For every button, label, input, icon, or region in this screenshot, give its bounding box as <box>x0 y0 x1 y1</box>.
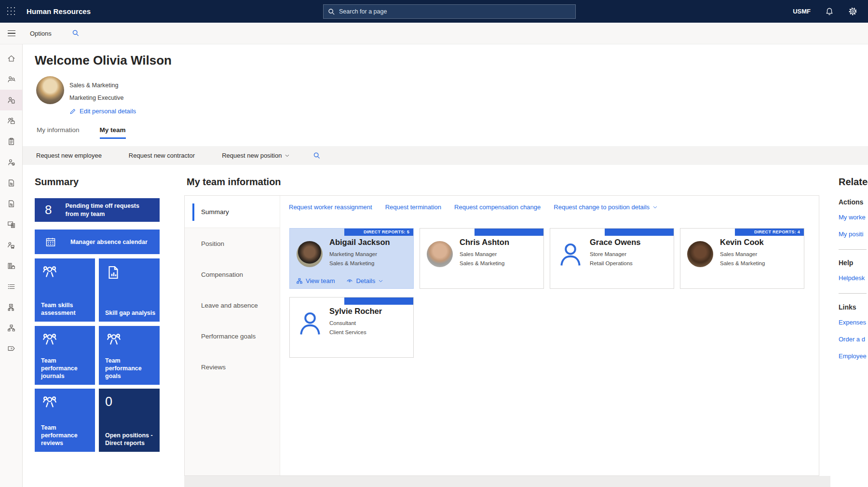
command-search-button[interactable] <box>72 29 80 37</box>
home-icon <box>7 54 16 63</box>
direct-reports-badge: DIRECT REPORTS: 5 <box>344 229 413 236</box>
employee-card-kevin-cook[interactable]: DIRECT REPORTS: 4 Kevin Cook Sales Manag… <box>680 228 804 289</box>
vtab-summary[interactable]: Summary <box>185 196 280 228</box>
tab-my-information[interactable]: My information <box>37 126 80 139</box>
team-performance-reviews-tile[interactable]: Team performance reviews <box>35 389 95 452</box>
app-launcher-button[interactable] <box>0 0 23 23</box>
request-new-position-button[interactable]: Request new position <box>222 152 290 159</box>
org-chart-icon <box>7 324 16 333</box>
request-compensation-change-link[interactable]: Request compensation change <box>454 203 541 211</box>
sidebar-item-team-briefcase[interactable] <box>0 110 22 131</box>
team-icon <box>41 264 58 282</box>
pending-time-off-tile[interactable]: 8 Pending time off requests from my team <box>35 198 160 222</box>
helpdesk-link[interactable]: Helpdesk <box>839 274 865 282</box>
sidebar-item-task-list[interactable] <box>0 276 22 297</box>
my-positions-link[interactable]: My positi <box>839 230 863 238</box>
sidebar-item-clipboard[interactable] <box>0 131 22 152</box>
nav-expand-button[interactable] <box>0 30 23 37</box>
profile-department: Sales & Marketing <box>69 82 118 89</box>
gear-icon <box>848 7 857 16</box>
company-briefcase-icon <box>7 261 16 271</box>
settings-button[interactable] <box>848 7 857 16</box>
vtab-compensation[interactable]: Compensation <box>185 259 280 290</box>
chevron-down-icon <box>285 153 290 158</box>
sidebar-item-org-approval[interactable] <box>0 297 22 318</box>
vtab-position[interactable]: Position <box>185 228 280 259</box>
sidebar-item-document-review[interactable] <box>0 173 22 193</box>
notifications-button[interactable] <box>825 7 834 16</box>
manager-absence-calendar-tile[interactable]: Manager absence calendar <box>35 230 160 254</box>
search-icon <box>72 29 80 37</box>
actions-heading: Actions <box>839 198 863 206</box>
top-navbar: Human Resources USMF <box>0 0 868 23</box>
request-termination-link[interactable]: Request termination <box>385 203 441 211</box>
page-search-input[interactable] <box>339 8 571 15</box>
my-workers-link[interactable]: My worke <box>839 214 866 221</box>
task-list-icon <box>7 282 16 291</box>
chevron-down-icon <box>378 278 383 284</box>
org-approval-icon <box>7 303 16 312</box>
team-section-heading: My team information <box>187 176 281 188</box>
related-pane: Related Actions My worke My positi Help … <box>839 176 868 188</box>
person-cart-icon <box>7 241 16 250</box>
vtab-performance-goals[interactable]: Performance goals <box>185 321 280 352</box>
vtab-reviews[interactable]: Reviews <box>185 352 280 382</box>
tab-my-team[interactable]: My team <box>100 126 126 139</box>
employee-link[interactable]: Employee <box>839 352 867 360</box>
team-performance-goals-tile[interactable]: Team performance goals <box>99 326 160 385</box>
expenses-link[interactable]: Expenses <box>839 319 866 326</box>
order-device-link[interactable]: Order a d <box>839 336 865 343</box>
sidebar-item-payroll[interactable] <box>0 214 22 235</box>
eye-icon <box>346 278 353 284</box>
panel-footer-strip <box>184 476 830 487</box>
team-briefcase-icon <box>7 116 16 125</box>
employee-card-abigail-jackson[interactable]: DIRECT REPORTS: 5 Abigail Jackson Market… <box>289 228 414 289</box>
person-document-icon <box>7 95 16 105</box>
sidebar-item-person-cart[interactable] <box>0 235 22 256</box>
company-picker[interactable]: USMF <box>793 8 811 15</box>
profile-avatar <box>36 76 64 104</box>
options-button[interactable]: Options <box>30 30 52 37</box>
team-action-bar: Request new employee Request new contrac… <box>23 146 868 165</box>
team-skills-assessment-tile[interactable]: Team skills assessment <box>35 258 95 322</box>
sidebar-item-feedback[interactable] <box>0 338 22 359</box>
request-change-position-details-link[interactable]: Request change to position details <box>554 203 658 211</box>
sidebar-item-document-review-2[interactable] <box>0 193 22 214</box>
request-worker-reassignment-link[interactable]: Request worker reassignment <box>289 203 372 211</box>
divider <box>839 293 867 294</box>
chart-document-icon <box>105 264 122 281</box>
action-bar-search-button[interactable] <box>313 152 321 160</box>
people-search-icon <box>7 75 16 84</box>
direct-reports-badge: DIRECT REPORTS: 4 <box>735 229 804 236</box>
command-bar: Options <box>0 23 868 44</box>
sidebar-item-people-search[interactable] <box>0 69 22 90</box>
employee-avatar <box>427 241 453 267</box>
worker-request-links: Request worker reassignment Request term… <box>289 203 658 211</box>
search-icon <box>328 8 335 15</box>
skill-gap-analysis-tile[interactable]: Skill gap analysis <box>99 258 160 322</box>
details-link[interactable]: Details <box>346 277 383 284</box>
sidebar-item-company[interactable] <box>0 256 22 276</box>
view-team-link[interactable]: View team <box>296 277 335 284</box>
payroll-calculator-icon <box>7 220 16 229</box>
team-performance-journals-tile[interactable]: Team performance journals <box>35 326 95 385</box>
employee-avatar <box>297 241 323 267</box>
employee-card-sylvie-rocher[interactable]: Sylvie Rocher Consultant Client Services <box>289 297 414 358</box>
employee-card-grace-owens[interactable]: Grace Owens Store Manager Retail Operati… <box>550 228 674 289</box>
sidebar-item-person-document[interactable] <box>0 90 22 110</box>
request-new-employee-button[interactable]: Request new employee <box>36 152 102 159</box>
open-positions-tile[interactable]: 0 Open positions - Direct reports <box>99 389 160 452</box>
employee-card-chris-ashton[interactable]: Chris Ashton Sales Manager Sales & Marke… <box>420 228 544 289</box>
edit-personal-details-link[interactable]: Edit personal details <box>69 108 136 115</box>
card-ribbon <box>344 298 413 305</box>
waffle-icon <box>7 7 16 16</box>
request-new-contractor-button[interactable]: Request new contractor <box>129 152 195 159</box>
vtab-leave-and-absence[interactable]: Leave and absence <box>185 290 280 321</box>
sidebar-item-home[interactable] <box>0 48 22 69</box>
sidebar-item-person-status[interactable] <box>0 152 22 173</box>
search-icon <box>313 152 321 160</box>
sidebar-item-org-chart[interactable] <box>0 318 22 338</box>
page-search-box[interactable] <box>323 4 576 19</box>
app-title: Human Resources <box>27 7 91 15</box>
org-chart-icon <box>296 278 303 284</box>
